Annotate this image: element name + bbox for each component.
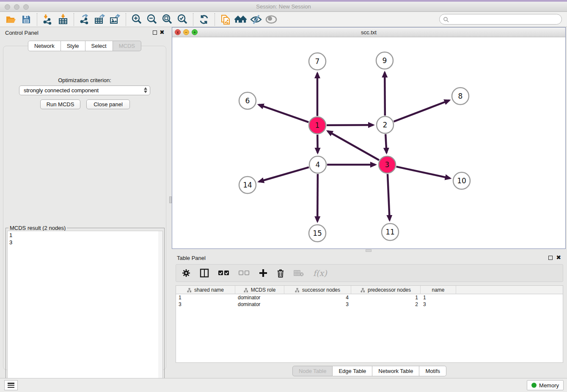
export-network-icon[interactable] [78,13,91,26]
table-panel-header: Table Panel ✖ [172,252,567,263]
mcds-tab-content: Optimization criterion: strongly connect… [3,46,166,370]
control-panel-header: Control Panel ✖ [0,27,169,38]
trash-icon[interactable] [277,269,284,278]
table-row[interactable]: 1dominator411 [176,294,563,301]
criterion-value: strongly connected component [24,87,99,94]
zoom-fit-icon[interactable] [161,13,173,26]
import-table-icon[interactable] [57,13,69,26]
tab-node-table[interactable]: Node Table [292,366,333,376]
tab-select[interactable]: Select [85,41,113,51]
application-window: Session: New Session [0,0,567,392]
graph-node-label: 1 [315,121,320,130]
graph-edge-2-8[interactable] [394,100,449,121]
export-table-icon[interactable] [94,13,106,26]
function-icon[interactable]: f(x) [313,268,327,278]
graph-node-label: 11 [385,228,395,236]
refresh-icon[interactable] [198,13,210,26]
graph-node-label: 15 [313,229,322,237]
delete-table-icon[interactable] [294,270,304,276]
control-panel-tabs: NetworkStyleSelectMCDS [0,41,169,51]
open-file-icon[interactable] [5,13,17,26]
horizontal-split-divider[interactable] [172,249,567,252]
graph-edge-3-10[interactable] [396,167,450,178]
tab-edge-table[interactable]: Edge Table [333,366,372,376]
column-type-icon [361,288,365,293]
window-titlebar[interactable]: Session: New Session [0,2,567,12]
mcds-result-title: MCDS result (2 nodes) [8,225,67,231]
column-type-icon [187,288,192,293]
run-mcds-button[interactable]: Run MCDS [40,99,80,109]
table-row[interactable]: 3dominator323 [176,301,563,308]
float-panel-icon[interactable] [548,256,553,260]
network-window-titlebar[interactable]: x − + scc.txt [172,28,565,37]
column-header[interactable]: MCDS role [235,286,284,294]
tab-network[interactable]: Network [28,41,61,51]
tab-style[interactable]: Style [61,41,85,51]
toolbar-separator [74,13,74,26]
result-scrollbar[interactable] [158,231,162,385]
toolbar-separator [37,13,37,26]
add-icon[interactable] [259,269,267,277]
deselect-all-icon[interactable] [239,271,250,276]
select-all-icon[interactable] [218,271,229,276]
houses-icon[interactable] [234,13,247,26]
network-window-title: scc.txt [172,29,565,36]
graph-node-label: 6 [245,97,250,105]
network-canvas[interactable]: 7968124314101511 [172,37,565,248]
graph-node-label: 10 [457,177,466,185]
clone-network-icon[interactable] [219,13,232,26]
column-header[interactable]: shared name [176,286,235,294]
memory-label: Memory [539,382,559,389]
save-icon[interactable] [20,13,33,26]
graph-node-label: 2 [383,121,388,129]
graph-edge-1-6[interactable] [259,105,308,122]
main-toolbar [0,12,567,27]
column-header[interactable]: predecessor nodes [351,286,421,294]
search-input[interactable] [439,14,562,25]
import-network-icon[interactable] [41,13,54,26]
chevron-up-down-icon [144,87,147,93]
export-image-icon[interactable] [109,13,121,26]
gear-icon[interactable] [182,269,190,277]
graph-edge-3-1[interactable] [328,131,379,160]
table-header-row: shared nameMCDS rolesuccessor nodesprede… [176,286,563,294]
graph-edge-4-14[interactable] [259,167,309,182]
graph-edge-1-2[interactable] [327,125,373,125]
column-header[interactable]: successor nodes [284,286,351,294]
column-header[interactable]: name [421,286,456,294]
graph-edge-3-11[interactable] [388,174,390,220]
control-panel-title: Control Panel [5,30,39,36]
graph-node-label: 14 [243,181,252,189]
criterion-select[interactable]: strongly connected component [19,86,150,95]
graph-node-label: 9 [383,56,387,65]
network-graph: 7968124314101511 [172,37,565,248]
zoom-in-icon[interactable] [130,13,143,26]
tab-network-table[interactable]: Network Table [372,366,419,376]
control-panel: Control Panel ✖ NetworkStyleSelectMCDS O… [0,27,169,373]
table-toolbar: f(x) [176,264,563,282]
close-panel-icon[interactable]: ✖ [556,254,561,261]
columns-icon[interactable] [200,268,209,278]
eye-slash-icon[interactable] [250,13,262,26]
divider-grip[interactable] [366,249,372,252]
graph-edge-2-9[interactable] [385,72,385,116]
tab-mcds[interactable]: MCDS [113,41,141,51]
close-panel-button[interactable]: Close panel [86,99,130,109]
mcds-result-text[interactable]: 1 3 [7,231,163,386]
zoom-out-icon[interactable] [146,13,158,26]
eye-icon[interactable] [265,13,278,26]
mcds-result-group: MCDS result (2 nodes) 1 3 [6,228,165,387]
tab-motifs[interactable]: Motifs [419,366,446,376]
memory-button[interactable]: Memory [527,380,564,390]
column-type-icon [244,288,248,293]
float-panel-icon[interactable] [153,30,157,35]
zoom-selected-icon[interactable] [176,13,189,26]
graph-edge-2-3[interactable] [385,134,386,153]
node-table: shared nameMCDS rolesuccessor nodesprede… [176,285,563,363]
search-field[interactable] [449,16,561,22]
toolbar-separator [215,13,215,26]
task-history-button[interactable] [4,380,18,390]
close-panel-icon[interactable]: ✖ [160,29,165,36]
network-view-window: x − + scc.txt 7968124314101511 [172,27,566,249]
graph-edge-4-15[interactable] [317,174,318,221]
